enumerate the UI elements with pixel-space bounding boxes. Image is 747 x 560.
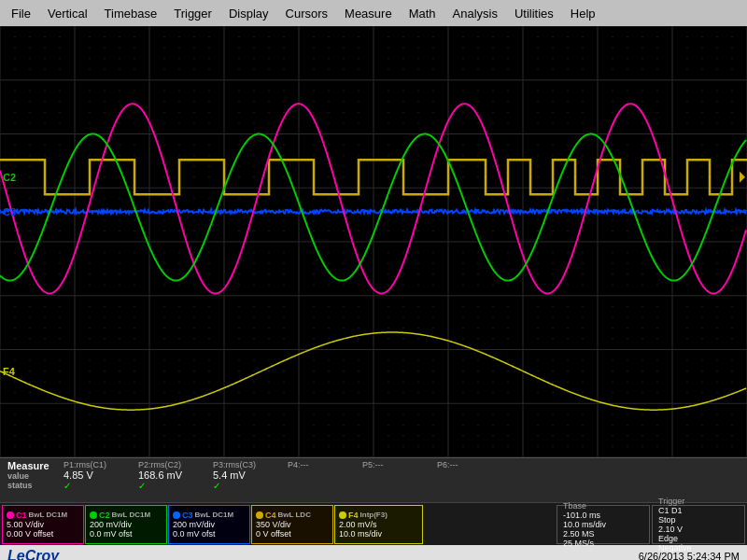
f4-tdiv: 10.0 ms/div: [339, 529, 418, 539]
trigger-value: 2.10 V: [658, 525, 739, 534]
p2-value: 168.6 mV: [138, 469, 205, 481]
p1-label: P1:rms(C1): [63, 460, 131, 469]
f4-mode: Intp(F3): [360, 511, 388, 519]
waveform-canvas: [0, 26, 747, 457]
c1-title: C1 BwL DC1M: [7, 511, 79, 520]
menu-analysis[interactable]: Analysis: [445, 5, 505, 22]
measure-p3: P3:rms(C3) 5.4 mV ✓: [209, 460, 284, 491]
c2-title: C2 BwL DC1M: [90, 511, 162, 520]
menu-trigger[interactable]: Trigger: [166, 5, 219, 22]
f4-title: F4 Intp(F3): [339, 511, 418, 520]
measure-p1: P1:rms(C1) 4.85 V ✓: [60, 460, 134, 491]
p5-label: P5:---: [362, 460, 430, 469]
c1-info-block[interactable]: C1 BwL DC1M 5.00 V/div 0.00 V offset: [2, 505, 84, 544]
menu-display[interactable]: Display: [221, 5, 276, 22]
f4-info-block[interactable]: F4 Intp(F3) 2.00 mV/s 10.0 ms/div: [334, 505, 423, 544]
tbase-value1: -101.0 ms: [563, 511, 643, 520]
f4-dot: [339, 511, 346, 519]
c2-offset: 0.0 mV ofst: [90, 529, 162, 539]
datetime-display: 6/26/2013 5:24:34 PM: [639, 551, 740, 560]
p3-status: ✓: [213, 481, 280, 491]
c2-vdiv: 200 mV/div: [90, 520, 162, 529]
oscilloscope-screen: [0, 26, 747, 457]
menu-measure[interactable]: Measure: [337, 5, 400, 22]
c1-id: C1: [16, 511, 27, 520]
p2-label: P2:rms(C2): [138, 460, 205, 469]
tbase-value2: 10.0 ms/div: [563, 520, 643, 529]
timebase-block[interactable]: Tbase -101.0 ms 10.0 ms/div 2.50 MS 25 M…: [557, 505, 650, 544]
lecroy-logo: LeCroy: [7, 548, 59, 560]
c3-offset: 0.0 mV ofst: [173, 529, 246, 539]
c3-info-block[interactable]: C3 BwL DC1M 200 mV/div 0.0 mV ofst: [168, 505, 250, 544]
c1-dot: [7, 511, 14, 519]
c3-title: C3 BwL DC1M: [173, 511, 246, 520]
menu-vertical[interactable]: Vertical: [40, 5, 95, 22]
measure-p5: P5:---: [359, 460, 433, 469]
menu-timebase[interactable]: Timebase: [97, 5, 165, 22]
trigger-block[interactable]: Trigger C1 D1 Stop 2.10 V Edge Negative: [652, 505, 745, 544]
p1-status: ✓: [63, 481, 131, 491]
trigger-type: Edge: [658, 534, 739, 543]
c2-info-block[interactable]: C2 BwL DC1M 200 mV/div 0.0 mV ofst: [85, 505, 167, 544]
c4-dot: [256, 511, 263, 519]
p3-value: 5.4 mV: [213, 469, 280, 481]
menu-utilities[interactable]: Utilities: [507, 5, 561, 22]
f4-vdiv: 2.00 mV/s: [339, 520, 418, 529]
tbase-value3: 2.50 MS: [563, 529, 643, 539]
channel-info-bar: C1 BwL DC1M 5.00 V/div 0.00 V offset C2 …: [0, 502, 747, 545]
measure-p4: P4:---: [284, 460, 359, 469]
measure-value-label: value: [7, 471, 56, 481]
c2-dot: [90, 511, 97, 519]
tbase-value4: 25 MS/s: [563, 539, 643, 548]
tbase-label: Tbase: [563, 501, 643, 511]
c1-offset: 0.00 V offset: [7, 529, 79, 539]
c3-mode: BwL DC1M: [195, 511, 234, 519]
c2-id: C2: [99, 511, 110, 520]
menu-math[interactable]: Math: [402, 5, 444, 22]
c4-vdiv: 350 V/div: [256, 520, 329, 529]
measure-p2: P2:rms(C2) 168.6 mV ✓: [134, 460, 209, 491]
menu-file[interactable]: File: [4, 5, 38, 22]
c1-mode: BwL DC1M: [29, 511, 68, 519]
c3-dot: [173, 511, 180, 519]
menu-bar: File Vertical Timebase Trigger Display C…: [0, 0, 747, 26]
c2-mode: BwL DC1M: [112, 511, 151, 519]
measure-status-label: status: [7, 481, 56, 490]
c3-vdiv: 200 mV/div: [173, 520, 246, 529]
p3-label: P3:rms(C3): [213, 460, 280, 469]
p4-label: P4:---: [288, 460, 355, 469]
measure-bar: Measure value status P1:rms(C1) 4.85 V ✓…: [0, 457, 747, 502]
menu-cursors[interactable]: Cursors: [278, 5, 336, 22]
p6-label: P6:---: [437, 460, 504, 469]
measure-p6: P6:---: [433, 460, 508, 469]
trigger-label: Trigger: [658, 497, 739, 506]
trigger-ch: C1 D1: [658, 506, 739, 515]
measure-header: Measure value status: [4, 460, 60, 490]
menu-help[interactable]: Help: [563, 5, 603, 22]
p2-status: ✓: [138, 481, 205, 491]
c3-id: C3: [182, 511, 193, 520]
measure-title: Measure: [7, 460, 56, 471]
c4-mode: BwL LDC: [278, 511, 311, 519]
f4-id: F4: [348, 511, 359, 520]
c4-id: C4: [265, 511, 276, 520]
c4-info-block[interactable]: C4 BwL LDC 350 V/div 0 V offset: [251, 505, 333, 544]
c4-offset: 0 V offset: [256, 529, 329, 539]
c4-title: C4 BwL LDC: [256, 511, 329, 520]
trigger-mode: Stop: [658, 515, 739, 525]
channel-blocks-row: C1 BwL DC1M 5.00 V/div 0.00 V offset C2 …: [2, 505, 555, 544]
c1-vdiv: 5.00 V/div: [7, 520, 79, 529]
p1-value: 4.85 V: [63, 469, 131, 481]
